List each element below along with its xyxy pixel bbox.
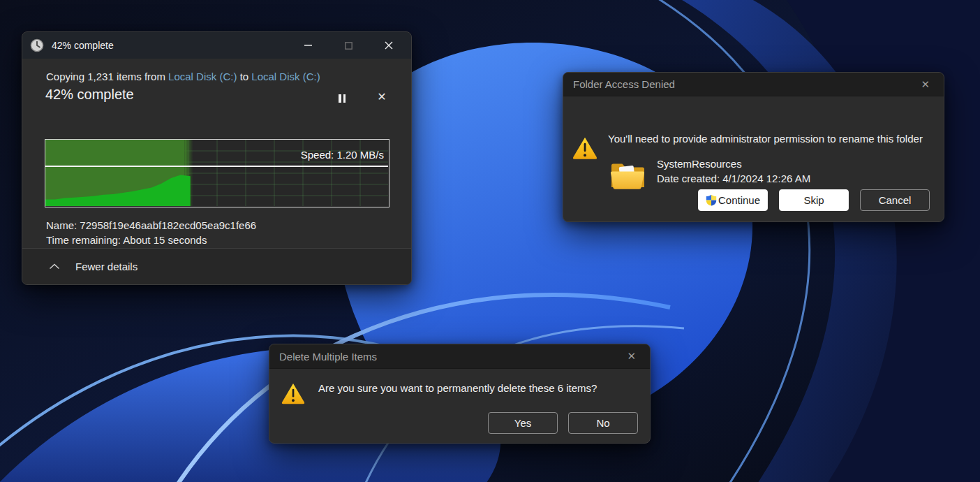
warning-triangle-icon (281, 381, 306, 405)
maximize-icon[interactable] (338, 37, 359, 54)
progress-percent-heading: 42% complete (45, 87, 134, 103)
dialog-title: Folder Access Denied (573, 78, 916, 90)
folder-name: SystemResources (657, 158, 742, 170)
no-label: No (596, 417, 609, 429)
uac-shield-icon (706, 194, 717, 206)
permission-message: You'll need to provide administrator per… (608, 133, 923, 145)
delete-confirmation-message: Are you sure you want to permanently del… (318, 382, 597, 394)
delete-dialog-body: Are you sure you want to permanently del… (269, 369, 650, 443)
copy-progress-window: 42% complete Copying 1,231 items from Lo… (22, 31, 412, 285)
folder-dialog-body: You'll need to provide administrator per… (563, 96, 944, 221)
pause-icon[interactable] (335, 93, 349, 104)
copying-prefix: Copying 1,231 items from (46, 71, 165, 82)
fewer-details-label: Fewer details (75, 261, 138, 272)
folder-access-denied-window: Folder Access Denied ✕ You'll need to pr… (563, 72, 944, 222)
close-icon[interactable]: ✕ (916, 77, 934, 92)
continue-button[interactable]: Continue (698, 189, 768, 211)
close-icon[interactable] (378, 37, 399, 54)
folder-date-created: Date created: 4/1/2024 12:26 AM (657, 173, 810, 184)
source-disk-label: Local Disk (C:) (168, 71, 237, 82)
delete-multiple-items-window: Delete Multiple Items ✕ Are you sure you… (269, 344, 651, 444)
window-controls (297, 37, 399, 54)
minimize-icon[interactable] (297, 37, 318, 54)
continue-label: Continue (718, 194, 760, 206)
yes-label: Yes (514, 417, 531, 429)
copying-summary: Copying 1,231 items from Local Disk (C:)… (46, 71, 320, 82)
copy-window-body: Copying 1,231 items from Local Disk (C:)… (22, 59, 411, 249)
warning-triangle-icon (572, 136, 598, 160)
delete-dialog-buttons: Yes No (488, 412, 638, 434)
dialog-title: Delete Multiple Items (279, 351, 623, 363)
folder-icon (609, 159, 646, 191)
file-operation-clock-icon (30, 38, 44, 52)
yes-button[interactable]: Yes (488, 412, 558, 434)
folder-dialog-buttons: Continue Skip Cancel (698, 189, 930, 211)
speed-label: Speed: 1.20 MB/s (301, 149, 384, 161)
skip-label: Skip (803, 194, 824, 206)
fewer-details-toggle[interactable]: Fewer details (22, 248, 411, 284)
destination-disk-label: Local Disk (C:) (251, 71, 320, 82)
cancel-label: Cancel (879, 194, 912, 206)
copy-window-titlebar[interactable]: 42% complete (22, 32, 411, 59)
detail-row-name: Name: 72958f19e46aabf182ecd05ea9c1fe66 (46, 218, 256, 233)
folder-dialog-titlebar[interactable]: Folder Access Denied ✕ (563, 73, 944, 96)
cancel-copy-icon[interactable]: ✕ (375, 90, 389, 103)
speed-graph: Speed: 1.20 MB/s (45, 139, 389, 207)
copying-connector: to (240, 71, 249, 82)
skip-button[interactable]: Skip (779, 189, 849, 211)
chevron-up-icon (49, 263, 60, 270)
cancel-button[interactable]: Cancel (860, 189, 930, 211)
no-button[interactable]: No (568, 412, 638, 434)
close-icon[interactable]: ✕ (623, 349, 640, 364)
desktop: 42% complete Copying 1,231 items from Lo… (0, 0, 980, 482)
detail-row-time: Time remaining: About 15 seconds (46, 233, 256, 247)
window-title: 42% complete (52, 40, 297, 51)
delete-dialog-titlebar[interactable]: Delete Multiple Items ✕ (269, 344, 650, 369)
